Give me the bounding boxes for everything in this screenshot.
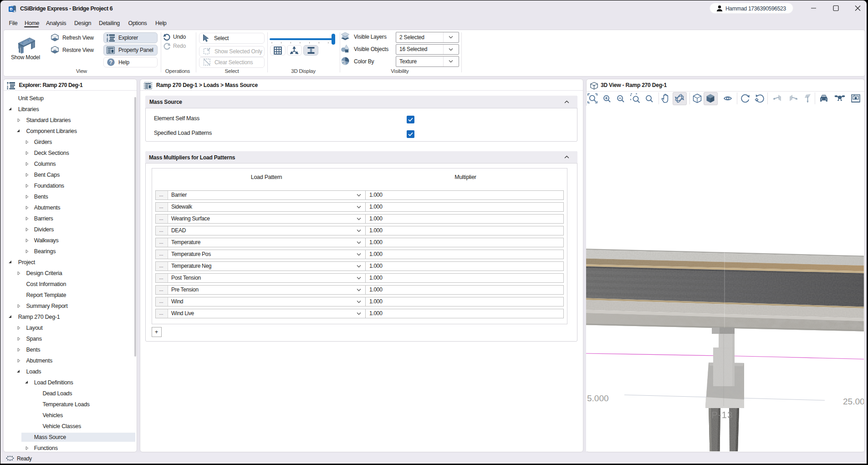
svg-text:?: ? bbox=[109, 59, 112, 66]
svg-text:B: B bbox=[10, 7, 13, 11]
svg-text:5.000: 5.000 bbox=[587, 393, 609, 403]
svg-text:P-13: P-13 bbox=[711, 410, 733, 420]
svg-text:25.00: 25.00 bbox=[843, 397, 864, 406]
